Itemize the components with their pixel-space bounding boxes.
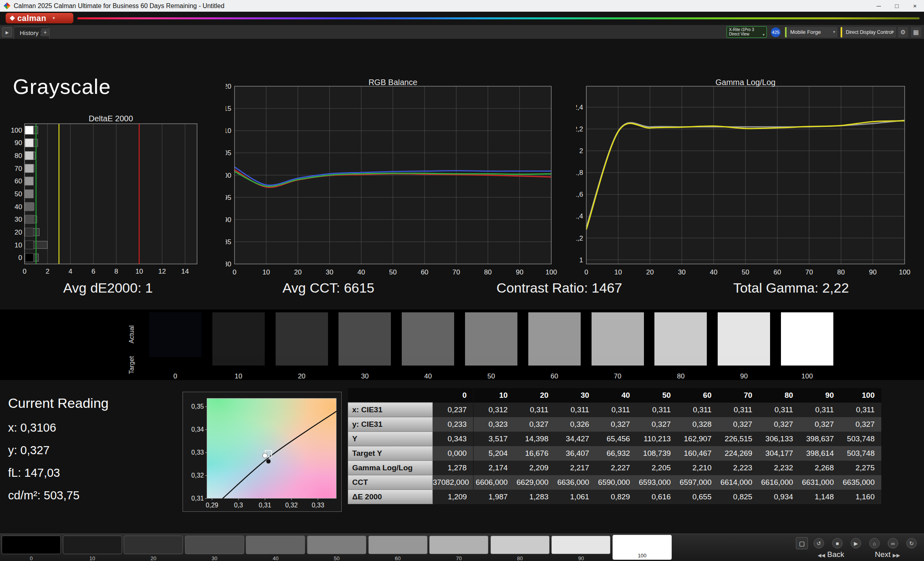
svg-text:105: 105 [226, 149, 231, 157]
calman-logo-button[interactable]: calman ▼ [6, 13, 73, 23]
grayscale-swatch-10: 10 [212, 312, 265, 380]
svg-text:0,34: 0,34 [191, 426, 204, 433]
level-swatch [25, 177, 33, 185]
display-control-dropdown[interactable]: Direct Display Control ▼ [841, 27, 896, 37]
svg-text:95: 95 [226, 194, 231, 202]
svg-text:90: 90 [226, 216, 231, 224]
stop-button[interactable]: ■ [832, 538, 843, 549]
patch-button-10[interactable]: 10 [63, 536, 122, 561]
svg-text:90: 90 [869, 268, 877, 276]
svg-text:14: 14 [181, 268, 189, 275]
patch-button-0[interactable]: 0 [2, 536, 61, 561]
layout-icon: ▦ [913, 29, 919, 35]
meter-dropdown[interactable]: X-Rite i1Pro 3 Direct View ▼ [727, 26, 767, 38]
total-gamma-stat: Total Gamma: 2,22 [733, 280, 849, 296]
grayscale-swatch-0: 0 [149, 312, 201, 380]
history-expand-button[interactable]: ▶ [2, 27, 12, 37]
patch-button-90[interactable]: 90 [551, 536, 610, 561]
gear-icon: ⚙ [900, 29, 905, 35]
layout-button[interactable]: ▦ [911, 27, 921, 37]
svg-text:1,2: 1,2 [576, 235, 583, 242]
add-icon: + [44, 29, 47, 35]
svg-text:0: 0 [233, 268, 236, 276]
table-row: Gamma Log/Log1,2782,1742,2092,2172,2272,… [348, 461, 881, 475]
patch-button-80[interactable]: 80 [490, 536, 550, 561]
svg-text:0,3: 0,3 [234, 502, 243, 509]
svg-text:85: 85 [226, 238, 231, 246]
measured-marker [263, 453, 268, 458]
next-button[interactable]: Next ▶▶ [875, 550, 900, 559]
target-row-label: Target [128, 355, 137, 376]
level-swatch [25, 215, 33, 224]
deltae-2000-chart: 100908070605040302010002468101214DeltaE … [4, 116, 212, 279]
continuous-button[interactable]: ∞ [888, 538, 898, 549]
svg-text:0,31: 0,31 [191, 495, 204, 502]
skip-forward-icon: ▶▶ [893, 553, 900, 558]
svg-text:0,32: 0,32 [191, 472, 204, 479]
svg-text:60: 60 [15, 177, 22, 185]
svg-text:Gamma Log/Log: Gamma Log/Log [716, 79, 776, 87]
patch-button-50[interactable]: 50 [307, 536, 366, 561]
refresh-button[interactable]: ↻ [906, 538, 917, 549]
svg-text:90: 90 [516, 268, 523, 276]
grayscale-swatch-100: 100 [781, 312, 833, 380]
expand-icon: ▶ [6, 30, 9, 35]
svg-text:12: 12 [158, 268, 166, 275]
patch-button-70[interactable]: 70 [429, 536, 488, 561]
patch-window-button[interactable]: ▢ [796, 537, 808, 549]
grayscale-swatch-20: 20 [276, 312, 328, 380]
level-swatch [25, 126, 33, 134]
cie-chart: 0,310,320,330,340,350,290,30,310,320,33 [183, 392, 342, 512]
refresh-icon: ↻ [909, 540, 914, 546]
level-swatch [25, 253, 33, 262]
level-swatch [25, 152, 33, 160]
add-tab-button[interactable]: + [41, 28, 49, 36]
source-dropdown[interactable]: Mobile Forge ▼ [785, 27, 837, 37]
tab-label: History 1 [20, 29, 44, 36]
patch-button-60[interactable]: 60 [368, 536, 428, 561]
settings-button[interactable]: ⚙ [898, 27, 908, 37]
patch-button-30[interactable]: 30 [185, 536, 244, 561]
table-row: x: CIE310,2370,3120,3110,3110,3110,3110,… [348, 403, 881, 417]
maximize-button[interactable]: □ [888, 0, 906, 12]
svg-text:6: 6 [91, 268, 95, 275]
svg-text:110: 110 [226, 127, 231, 135]
svg-text:0: 0 [23, 268, 26, 275]
svg-text:100: 100 [546, 268, 557, 276]
back-button[interactable]: ◀◀ Back [818, 550, 844, 559]
app-icon [4, 2, 10, 9]
patch-button-40[interactable]: 40 [246, 536, 305, 561]
svg-text:1,6: 1,6 [576, 191, 583, 198]
actual-row-label: Actual [128, 311, 137, 358]
rgb-balance-chart: 8085909510010511011512001020304050607080… [226, 79, 560, 279]
grayscale-swatch-80: 80 [654, 312, 707, 380]
level-swatch [25, 202, 33, 211]
logo-bar: calman ▼ [0, 12, 924, 25]
svg-text:40: 40 [357, 268, 365, 276]
patch-button-20[interactable]: 20 [124, 536, 183, 561]
svg-text:100: 100 [11, 127, 22, 134]
svg-text:70: 70 [806, 268, 813, 276]
close-button[interactable]: × [906, 0, 924, 12]
svg-text:20: 20 [294, 268, 302, 276]
svg-text:50: 50 [742, 268, 750, 276]
avg-cct-stat: Avg CCT: 6615 [282, 280, 374, 296]
avg-de2000-stat: Avg dE2000: 1 [63, 280, 153, 296]
loop-icon: ↺ [817, 540, 821, 546]
svg-text:DeltaE 2000: DeltaE 2000 [89, 116, 133, 123]
play-button[interactable]: ▶ [851, 538, 861, 549]
daylight-locus [222, 411, 336, 499]
titlebar: Calman 2025 Calman Ultimate for Business… [0, 0, 924, 12]
svg-text:1,8: 1,8 [576, 169, 583, 177]
cie-chromaticity-panel: 0,310,320,330,340,350,290,30,310,320,33 [183, 392, 342, 512]
svg-text:115: 115 [226, 105, 231, 112]
minimize-button[interactable]: ─ [870, 0, 888, 12]
logo-menu-chevron-icon[interactable]: ▼ [52, 16, 56, 20]
previous-marker [266, 459, 271, 464]
svg-text:10: 10 [262, 268, 270, 276]
level-swatch [25, 139, 33, 147]
loop-button[interactable]: ↺ [814, 538, 824, 549]
home-button[interactable]: ⌂ [869, 538, 880, 549]
calman-logo-icon [10, 16, 15, 21]
patch-button-100[interactable]: 100 [613, 535, 672, 560]
